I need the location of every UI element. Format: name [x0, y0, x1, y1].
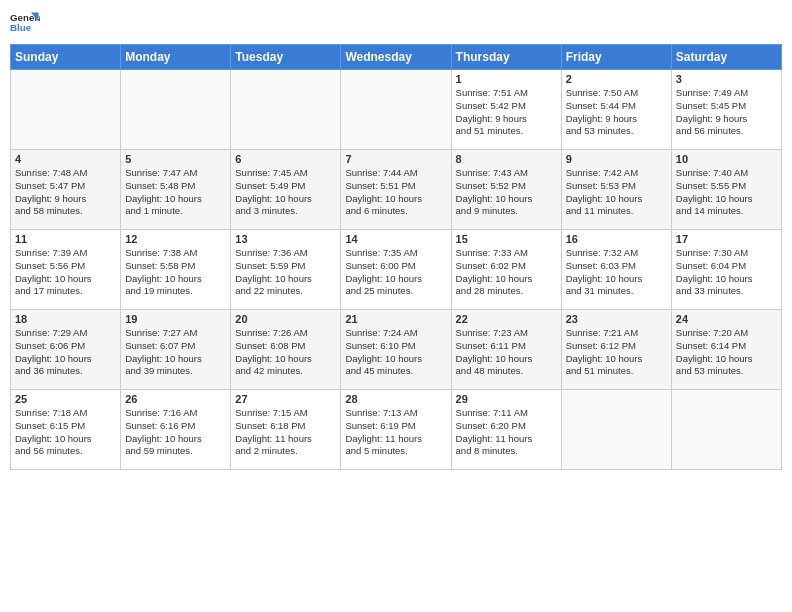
- week-row-5: 25Sunrise: 7:18 AM Sunset: 6:15 PM Dayli…: [11, 390, 782, 470]
- calendar-cell: 17Sunrise: 7:30 AM Sunset: 6:04 PM Dayli…: [671, 230, 781, 310]
- calendar-cell: 7Sunrise: 7:44 AM Sunset: 5:51 PM Daylig…: [341, 150, 451, 230]
- calendar-cell: 15Sunrise: 7:33 AM Sunset: 6:02 PM Dayli…: [451, 230, 561, 310]
- calendar-cell: 14Sunrise: 7:35 AM Sunset: 6:00 PM Dayli…: [341, 230, 451, 310]
- day-number: 19: [125, 313, 226, 325]
- svg-text:Blue: Blue: [10, 22, 32, 33]
- calendar-cell: 11Sunrise: 7:39 AM Sunset: 5:56 PM Dayli…: [11, 230, 121, 310]
- day-info: Sunrise: 7:50 AM Sunset: 5:44 PM Dayligh…: [566, 87, 667, 138]
- day-info: Sunrise: 7:33 AM Sunset: 6:02 PM Dayligh…: [456, 247, 557, 298]
- day-number: 25: [15, 393, 116, 405]
- day-info: Sunrise: 7:20 AM Sunset: 6:14 PM Dayligh…: [676, 327, 777, 378]
- day-info: Sunrise: 7:15 AM Sunset: 6:18 PM Dayligh…: [235, 407, 336, 458]
- day-info: Sunrise: 7:30 AM Sunset: 6:04 PM Dayligh…: [676, 247, 777, 298]
- calendar-cell: [341, 70, 451, 150]
- day-number: 27: [235, 393, 336, 405]
- day-number: 2: [566, 73, 667, 85]
- day-number: 24: [676, 313, 777, 325]
- day-info: Sunrise: 7:47 AM Sunset: 5:48 PM Dayligh…: [125, 167, 226, 218]
- day-number: 12: [125, 233, 226, 245]
- calendar-cell: 12Sunrise: 7:38 AM Sunset: 5:58 PM Dayli…: [121, 230, 231, 310]
- day-number: 6: [235, 153, 336, 165]
- day-info: Sunrise: 7:49 AM Sunset: 5:45 PM Dayligh…: [676, 87, 777, 138]
- day-info: Sunrise: 7:29 AM Sunset: 6:06 PM Dayligh…: [15, 327, 116, 378]
- calendar-cell: 22Sunrise: 7:23 AM Sunset: 6:11 PM Dayli…: [451, 310, 561, 390]
- week-row-4: 18Sunrise: 7:29 AM Sunset: 6:06 PM Dayli…: [11, 310, 782, 390]
- day-header-saturday: Saturday: [671, 45, 781, 70]
- day-number: 21: [345, 313, 446, 325]
- calendar-cell: [11, 70, 121, 150]
- day-number: 3: [676, 73, 777, 85]
- calendar-cell: 25Sunrise: 7:18 AM Sunset: 6:15 PM Dayli…: [11, 390, 121, 470]
- calendar-cell: [561, 390, 671, 470]
- day-number: 20: [235, 313, 336, 325]
- day-number: 14: [345, 233, 446, 245]
- day-number: 17: [676, 233, 777, 245]
- day-number: 13: [235, 233, 336, 245]
- day-info: Sunrise: 7:48 AM Sunset: 5:47 PM Dayligh…: [15, 167, 116, 218]
- day-number: 7: [345, 153, 446, 165]
- day-header-sunday: Sunday: [11, 45, 121, 70]
- calendar-cell: 16Sunrise: 7:32 AM Sunset: 6:03 PM Dayli…: [561, 230, 671, 310]
- day-info: Sunrise: 7:38 AM Sunset: 5:58 PM Dayligh…: [125, 247, 226, 298]
- day-info: Sunrise: 7:26 AM Sunset: 6:08 PM Dayligh…: [235, 327, 336, 378]
- day-info: Sunrise: 7:32 AM Sunset: 6:03 PM Dayligh…: [566, 247, 667, 298]
- day-info: Sunrise: 7:13 AM Sunset: 6:19 PM Dayligh…: [345, 407, 446, 458]
- calendar-cell: 24Sunrise: 7:20 AM Sunset: 6:14 PM Dayli…: [671, 310, 781, 390]
- day-number: 15: [456, 233, 557, 245]
- day-info: Sunrise: 7:35 AM Sunset: 6:00 PM Dayligh…: [345, 247, 446, 298]
- day-number: 29: [456, 393, 557, 405]
- calendar-cell: 19Sunrise: 7:27 AM Sunset: 6:07 PM Dayli…: [121, 310, 231, 390]
- day-info: Sunrise: 7:23 AM Sunset: 6:11 PM Dayligh…: [456, 327, 557, 378]
- day-info: Sunrise: 7:45 AM Sunset: 5:49 PM Dayligh…: [235, 167, 336, 218]
- day-info: Sunrise: 7:21 AM Sunset: 6:12 PM Dayligh…: [566, 327, 667, 378]
- day-number: 4: [15, 153, 116, 165]
- day-number: 22: [456, 313, 557, 325]
- calendar-cell: 21Sunrise: 7:24 AM Sunset: 6:10 PM Dayli…: [341, 310, 451, 390]
- calendar-cell: 5Sunrise: 7:47 AM Sunset: 5:48 PM Daylig…: [121, 150, 231, 230]
- calendar-cell: [231, 70, 341, 150]
- day-header-tuesday: Tuesday: [231, 45, 341, 70]
- day-info: Sunrise: 7:27 AM Sunset: 6:07 PM Dayligh…: [125, 327, 226, 378]
- day-info: Sunrise: 7:44 AM Sunset: 5:51 PM Dayligh…: [345, 167, 446, 218]
- calendar-cell: 8Sunrise: 7:43 AM Sunset: 5:52 PM Daylig…: [451, 150, 561, 230]
- calendar-cell: 28Sunrise: 7:13 AM Sunset: 6:19 PM Dayli…: [341, 390, 451, 470]
- day-info: Sunrise: 7:40 AM Sunset: 5:55 PM Dayligh…: [676, 167, 777, 218]
- day-number: 23: [566, 313, 667, 325]
- day-info: Sunrise: 7:11 AM Sunset: 6:20 PM Dayligh…: [456, 407, 557, 458]
- day-number: 26: [125, 393, 226, 405]
- day-header-friday: Friday: [561, 45, 671, 70]
- day-number: 11: [15, 233, 116, 245]
- day-info: Sunrise: 7:16 AM Sunset: 6:16 PM Dayligh…: [125, 407, 226, 458]
- day-number: 1: [456, 73, 557, 85]
- calendar-cell: 9Sunrise: 7:42 AM Sunset: 5:53 PM Daylig…: [561, 150, 671, 230]
- calendar-cell: [671, 390, 781, 470]
- day-info: Sunrise: 7:36 AM Sunset: 5:59 PM Dayligh…: [235, 247, 336, 298]
- day-number: 18: [15, 313, 116, 325]
- calendar-cell: 1Sunrise: 7:51 AM Sunset: 5:42 PM Daylig…: [451, 70, 561, 150]
- calendar-cell: 2Sunrise: 7:50 AM Sunset: 5:44 PM Daylig…: [561, 70, 671, 150]
- calendar-cell: 20Sunrise: 7:26 AM Sunset: 6:08 PM Dayli…: [231, 310, 341, 390]
- calendar-table: SundayMondayTuesdayWednesdayThursdayFrid…: [10, 44, 782, 470]
- day-info: Sunrise: 7:24 AM Sunset: 6:10 PM Dayligh…: [345, 327, 446, 378]
- calendar-cell: 18Sunrise: 7:29 AM Sunset: 6:06 PM Dayli…: [11, 310, 121, 390]
- calendar-cell: 26Sunrise: 7:16 AM Sunset: 6:16 PM Dayli…: [121, 390, 231, 470]
- calendar-cell: 23Sunrise: 7:21 AM Sunset: 6:12 PM Dayli…: [561, 310, 671, 390]
- calendar-cell: 10Sunrise: 7:40 AM Sunset: 5:55 PM Dayli…: [671, 150, 781, 230]
- calendar-cell: 29Sunrise: 7:11 AM Sunset: 6:20 PM Dayli…: [451, 390, 561, 470]
- calendar-cell: [121, 70, 231, 150]
- day-number: 10: [676, 153, 777, 165]
- day-number: 9: [566, 153, 667, 165]
- calendar-cell: 27Sunrise: 7:15 AM Sunset: 6:18 PM Dayli…: [231, 390, 341, 470]
- calendar-cell: 3Sunrise: 7:49 AM Sunset: 5:45 PM Daylig…: [671, 70, 781, 150]
- calendar-cell: 6Sunrise: 7:45 AM Sunset: 5:49 PM Daylig…: [231, 150, 341, 230]
- day-header-wednesday: Wednesday: [341, 45, 451, 70]
- day-info: Sunrise: 7:18 AM Sunset: 6:15 PM Dayligh…: [15, 407, 116, 458]
- day-number: 28: [345, 393, 446, 405]
- day-info: Sunrise: 7:51 AM Sunset: 5:42 PM Dayligh…: [456, 87, 557, 138]
- day-number: 5: [125, 153, 226, 165]
- calendar-cell: 4Sunrise: 7:48 AM Sunset: 5:47 PM Daylig…: [11, 150, 121, 230]
- day-number: 16: [566, 233, 667, 245]
- week-row-2: 4Sunrise: 7:48 AM Sunset: 5:47 PM Daylig…: [11, 150, 782, 230]
- day-number: 8: [456, 153, 557, 165]
- day-header-monday: Monday: [121, 45, 231, 70]
